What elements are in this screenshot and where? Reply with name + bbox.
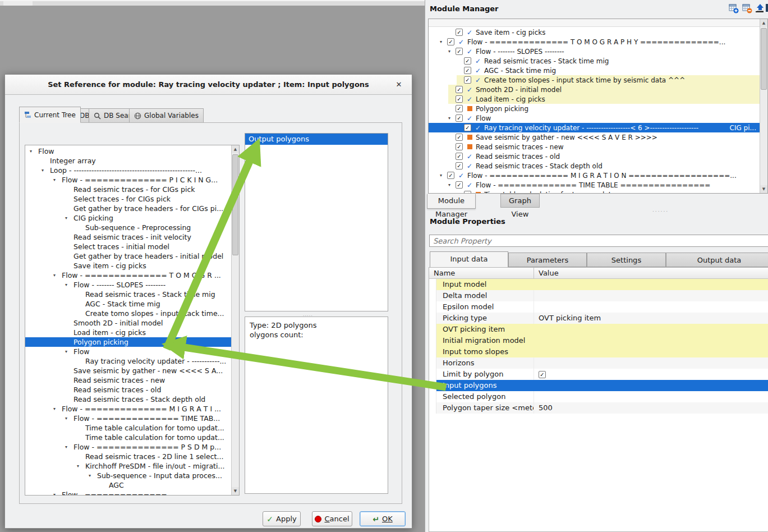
reference-tree-item[interactable]: ▾Flow - ============== P S D M p...: [25, 442, 231, 452]
expander-icon[interactable]: ▾: [53, 490, 62, 495]
tab-current-tree[interactable]: Current Tree: [19, 107, 81, 123]
expander-icon[interactable]: ▾: [30, 146, 38, 156]
module-tree-item[interactable]: ✓✓Ray tracing velocity updater - -------…: [429, 123, 760, 132]
reference-tree-item[interactable]: Get gather by trace headers - for CIGs p…: [25, 204, 231, 213]
reference-tree-item[interactable]: Save item - cig picks: [25, 261, 231, 270]
reference-tree-item[interactable]: Read seismic traces - 2D line 1 select..…: [25, 452, 231, 461]
checkbox[interactable]: ✓: [456, 29, 463, 36]
expander-icon[interactable]: ▾: [448, 113, 456, 123]
property-value[interactable]: 500: [534, 402, 768, 414]
reference-tree-item[interactable]: Read seismic traces - for CIGs pick: [25, 185, 231, 194]
scroll-down-icon[interactable]: ▼: [232, 487, 239, 495]
expander-icon[interactable]: ▾: [65, 442, 73, 452]
scroll-down-icon[interactable]: ▼: [760, 185, 767, 193]
remove-module-icon[interactable]: [742, 3, 752, 13]
property-value[interactable]: [534, 324, 768, 335]
expander-icon[interactable]: ▾: [77, 461, 85, 471]
column-header-name[interactable]: Name: [429, 268, 534, 278]
import-module-icon[interactable]: [755, 3, 765, 13]
expander-icon[interactable]: ▾: [42, 166, 50, 175]
reference-tree-item[interactable]: Read seismic traces - init velocity: [25, 232, 231, 242]
reference-tree-scrollbar[interactable]: ▲ ▼: [231, 145, 239, 495]
reference-tree-item[interactable]: Read seismic traces - new: [25, 375, 231, 385]
expander-icon[interactable]: ▾: [53, 404, 62, 414]
reference-tree-item[interactable]: AGC: [25, 480, 231, 490]
module-tree-item[interactable]: ▾✓✓Flow - ============== TIME TABLE ====…: [429, 180, 760, 190]
reference-tree-item[interactable]: Read seismic traces - Stack depth old: [25, 395, 231, 404]
value-checkbox[interactable]: ✓: [539, 371, 546, 378]
checkbox[interactable]: ✓: [456, 181, 463, 189]
module-tree-item[interactable]: ▾✓✓Flow: [429, 113, 760, 123]
reference-tree-item[interactable]: ▾Flow - ============== T O M O G R ...: [25, 270, 231, 280]
module-tree-item[interactable]: ✓✓Read seismic traces - old: [429, 152, 760, 161]
module-tree-item[interactable]: ✓✓Read seismic traces - Stack depth old: [429, 161, 760, 171]
property-row[interactable]: Delta model: [429, 290, 768, 301]
checkbox[interactable]: ✓: [456, 143, 463, 150]
tab-settings[interactable]: Settings: [587, 253, 666, 267]
expander-icon[interactable]: ▾: [53, 175, 62, 185]
module-tree-item[interactable]: ✓✓Smooth 2D - initial model: [429, 85, 760, 94]
clipped-toolbar-icon[interactable]: [766, 4, 768, 12]
module-tree-item[interactable]: ✓Read seismic traces - new: [429, 142, 760, 152]
reference-tree-item[interactable]: Time table calculation for tomo updat...: [25, 433, 231, 442]
tab-output-data[interactable]: Output data: [666, 253, 768, 267]
splitter-handle[interactable]: ······: [652, 209, 669, 214]
property-row[interactable]: Limit by polygon✓: [429, 369, 768, 380]
property-row[interactable]: Input model: [429, 279, 768, 290]
reference-tree-item[interactable]: Read seismic traces - Stack time mig: [25, 290, 231, 299]
reference-tree-item[interactable]: Select traces - for CIGs pick: [25, 194, 231, 204]
property-row[interactable]: Picking typeOVT picking item: [429, 313, 768, 324]
checkbox[interactable]: ✓: [456, 86, 463, 93]
scroll-up-icon[interactable]: ▲: [760, 19, 767, 27]
checkbox[interactable]: ✓: [456, 162, 463, 169]
reference-tree-item[interactable]: Select traces - initial model: [25, 242, 231, 251]
property-value[interactable]: ✓: [534, 369, 768, 380]
reference-tree-item[interactable]: Integer array: [25, 156, 231, 166]
column-header-value[interactable]: Value: [534, 268, 768, 278]
expander-icon[interactable]: ▾: [65, 213, 73, 223]
module-tree-item[interactable]: ✓✓Save item - cig picks: [429, 27, 760, 37]
expander-icon[interactable]: ▾: [65, 414, 73, 423]
checkbox[interactable]: ✓: [447, 172, 454, 179]
reference-tree-item[interactable]: Smooth 2D - initial model: [25, 318, 231, 328]
module-tree-item[interactable]: ▾✓✓Flow - ------- SLOPES --------: [429, 47, 760, 56]
module-tree-item[interactable]: ✓Polygon picking: [429, 104, 760, 113]
add-module-icon[interactable]: [729, 3, 739, 13]
ok-button[interactable]: ↵ OK: [360, 511, 406, 526]
expander-icon[interactable]: ▾: [440, 171, 447, 180]
tab-module-manager[interactable]: Module Manager: [427, 194, 476, 209]
module-tree-item[interactable]: ▾✓✓Flow - ============== T O M O G R A P…: [429, 37, 760, 47]
module-tree-item[interactable]: ✓✓Read seismic traces - Stack time mig: [429, 56, 760, 66]
property-row[interactable]: Input tomo slopes: [429, 346, 768, 357]
property-row[interactable]: Initial migration model: [429, 335, 768, 346]
property-row[interactable]: Epsilon model: [429, 301, 768, 313]
property-value[interactable]: [534, 301, 768, 313]
tab-parameters[interactable]: Parameters: [508, 253, 587, 267]
search-property-input[interactable]: [429, 235, 768, 247]
module-tree-item[interactable]: ✓✓Create tomo slopes - input stack time …: [429, 75, 760, 85]
property-value[interactable]: [534, 380, 768, 391]
expander-icon[interactable]: ▾: [53, 270, 62, 280]
property-row[interactable]: Horizons: [429, 357, 768, 369]
scrollbar-thumb[interactable]: [761, 28, 767, 90]
close-icon[interactable]: ✕: [394, 80, 404, 90]
property-value[interactable]: [534, 335, 768, 346]
reference-tree-item[interactable]: Save seismic by gather - new <<<< S A...: [25, 366, 231, 375]
reference-tree-item[interactable]: ▾Sub-sequence - Input data proces...: [25, 471, 231, 480]
expander-icon[interactable]: ▾: [65, 347, 73, 356]
apply-button[interactable]: ✓ Apply: [263, 511, 301, 526]
reference-tree-item[interactable]: Ray tracing velocity updater - ---------…: [25, 356, 231, 366]
property-value[interactable]: [534, 290, 768, 301]
reference-tree-item[interactable]: ▾Flow - ============== P I C K I N G...: [25, 175, 231, 185]
checkbox[interactable]: ✓: [456, 134, 463, 141]
module-tree-item[interactable]: ✓✓Load item - cig picks: [429, 94, 760, 104]
reference-tree-item[interactable]: Time table calculation for tomo updat...: [25, 423, 231, 433]
expander-icon[interactable]: ▾: [448, 47, 456, 56]
reference-tree-item[interactable]: Polygon picking: [25, 337, 231, 347]
reference-tree-item[interactable]: ▾Flow - ==============: [25, 490, 231, 495]
module-tree-item[interactable]: ✓✓AGC - Stack time mig: [429, 66, 760, 75]
reference-tree-item[interactable]: ▾Loop - --------------------------------…: [25, 166, 231, 175]
reference-tree-item[interactable]: ▾Flow - ============== M I G R A T I ...: [25, 404, 231, 414]
scroll-up-icon[interactable]: ▲: [232, 145, 239, 153]
module-tree-item[interactable]: ✓Save seismic by gather - new <<<< S A V…: [429, 132, 760, 142]
